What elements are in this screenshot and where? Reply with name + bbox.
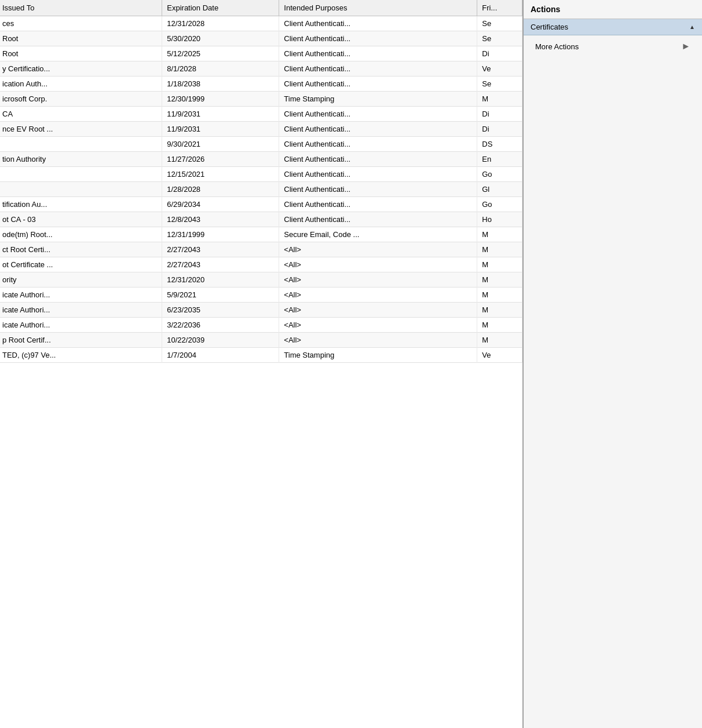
cell-friendly: M bbox=[477, 272, 522, 287]
table-row[interactable]: nce EV Root ...11/9/2031Client Authentic… bbox=[0, 122, 522, 137]
cell-issued-to: nce EV Root ... bbox=[0, 122, 162, 137]
cell-purposes: <All> bbox=[279, 333, 477, 348]
cell-expiration: 11/27/2026 bbox=[162, 152, 279, 167]
table-row[interactable]: 1/28/2028Client Authenticati...Gl bbox=[0, 182, 522, 197]
cell-friendly: Gl bbox=[477, 182, 522, 197]
col-header-friendly[interactable]: Fri... bbox=[477, 0, 522, 16]
table-row[interactable]: tification Au...6/29/2034Client Authenti… bbox=[0, 197, 522, 212]
actions-section-content: More Actions ► bbox=[524, 35, 702, 57]
actions-panel-header: Actions bbox=[524, 0, 702, 19]
cell-friendly: Go bbox=[477, 197, 522, 212]
col-header-expiration[interactable]: Expiration Date bbox=[162, 0, 279, 16]
action-more-actions-label: More Actions bbox=[535, 42, 579, 51]
cell-purposes: Client Authenticati... bbox=[279, 16, 477, 31]
cell-expiration: 11/9/2031 bbox=[162, 122, 279, 137]
cell-friendly: M bbox=[477, 303, 522, 318]
table-row[interactable]: ces12/31/2028Client Authenticati...Se bbox=[0, 16, 522, 31]
cell-issued-to: ces bbox=[0, 16, 162, 31]
cell-purposes: Time Stamping bbox=[279, 348, 477, 363]
cell-purposes: <All> bbox=[279, 272, 477, 287]
cell-friendly: M bbox=[477, 227, 522, 242]
cell-issued-to bbox=[0, 182, 162, 197]
cell-purposes: Client Authenticati... bbox=[279, 137, 477, 152]
certificates-table: Issued To Expiration Date Intended Purpo… bbox=[0, 0, 522, 363]
table-row[interactable]: p Root Certif...10/22/2039<All>M bbox=[0, 333, 522, 348]
table-row[interactable]: tion Authority11/27/2026Client Authentic… bbox=[0, 152, 522, 167]
cell-issued-to: TED, (c)97 Ve... bbox=[0, 348, 162, 363]
cell-purposes: Time Stamping bbox=[279, 92, 477, 107]
cell-purposes: Client Authenticati... bbox=[279, 122, 477, 137]
table-row[interactable]: ot CA - 0312/8/2043Client Authenticati..… bbox=[0, 212, 522, 227]
cell-expiration: 1/18/2038 bbox=[162, 77, 279, 92]
cell-issued-to: ication Auth... bbox=[0, 77, 162, 92]
col-header-issued-to[interactable]: Issued To bbox=[0, 0, 162, 16]
action-more-actions-arrow-icon: ► bbox=[681, 41, 690, 52]
cell-purposes: <All> bbox=[279, 287, 477, 303]
cell-issued-to bbox=[0, 167, 162, 182]
cell-issued-to bbox=[0, 137, 162, 152]
cell-purposes: Client Authenticati... bbox=[279, 107, 477, 122]
cell-issued-to: ct Root Certi... bbox=[0, 242, 162, 257]
cell-purposes: Client Authenticati... bbox=[279, 197, 477, 212]
table-row[interactable]: 12/15/2021Client Authenticati...Go bbox=[0, 167, 522, 182]
cell-friendly: Se bbox=[477, 31, 522, 46]
table-row[interactable]: 9/30/2021Client Authenticati...DS bbox=[0, 137, 522, 152]
cell-expiration: 5/12/2025 bbox=[162, 46, 279, 61]
cell-issued-to: icate Authori... bbox=[0, 318, 162, 333]
cell-friendly: Ve bbox=[477, 61, 522, 77]
cell-purposes: Client Authenticati... bbox=[279, 31, 477, 46]
action-more-actions[interactable]: More Actions ► bbox=[524, 38, 702, 55]
cell-expiration: 1/7/2004 bbox=[162, 348, 279, 363]
cell-issued-to: Root bbox=[0, 31, 162, 46]
cell-friendly: M bbox=[477, 92, 522, 107]
cell-friendly: DS bbox=[477, 137, 522, 152]
cell-issued-to: icate Authori... bbox=[0, 303, 162, 318]
cell-expiration: 2/27/2043 bbox=[162, 242, 279, 257]
cell-expiration: 12/31/1999 bbox=[162, 227, 279, 242]
actions-section-certificates[interactable]: Certificates ▲ bbox=[524, 19, 702, 35]
main-content: Issued To Expiration Date Intended Purpo… bbox=[0, 0, 522, 728]
cell-purposes: <All> bbox=[279, 257, 477, 272]
table-row[interactable]: ot Certificate ...2/27/2043<All>M bbox=[0, 257, 522, 272]
cell-purposes: Client Authenticati... bbox=[279, 182, 477, 197]
table-header-row: Issued To Expiration Date Intended Purpo… bbox=[0, 0, 522, 16]
cell-issued-to: ot Certificate ... bbox=[0, 257, 162, 272]
certificates-table-body: ces12/31/2028Client Authenticati...SeRoo… bbox=[0, 16, 522, 363]
cell-expiration: 9/30/2021 bbox=[162, 137, 279, 152]
cell-friendly: Ve bbox=[477, 348, 522, 363]
certificates-table-container: Issued To Expiration Date Intended Purpo… bbox=[0, 0, 522, 728]
cell-purposes: Client Authenticati... bbox=[279, 61, 477, 77]
table-row[interactable]: icate Authori...5/9/2021<All>M bbox=[0, 287, 522, 303]
cell-issued-to: Root bbox=[0, 46, 162, 61]
cell-expiration: 12/8/2043 bbox=[162, 212, 279, 227]
cell-purposes: Client Authenticati... bbox=[279, 77, 477, 92]
cell-issued-to: ority bbox=[0, 272, 162, 287]
actions-panel: Actions Certificates ▲ More Actions ► bbox=[522, 0, 702, 728]
table-row[interactable]: Root5/12/2025Client Authenticati...Di bbox=[0, 46, 522, 61]
table-row[interactable]: icate Authori...6/23/2035<All>M bbox=[0, 303, 522, 318]
table-row[interactable]: TED, (c)97 Ve...1/7/2004Time StampingVe bbox=[0, 348, 522, 363]
table-row[interactable]: ct Root Certi...2/27/2043<All>M bbox=[0, 242, 522, 257]
cell-purposes: <All> bbox=[279, 242, 477, 257]
table-row[interactable]: CA11/9/2031Client Authenticati...Di bbox=[0, 107, 522, 122]
table-row[interactable]: icrosoft Corp.12/30/1999Time StampingM bbox=[0, 92, 522, 107]
cell-friendly: Di bbox=[477, 122, 522, 137]
table-row[interactable]: ode(tm) Root...12/31/1999Secure Email, C… bbox=[0, 227, 522, 242]
cell-friendly: En bbox=[477, 152, 522, 167]
cell-purposes: <All> bbox=[279, 303, 477, 318]
col-header-purposes[interactable]: Intended Purposes bbox=[279, 0, 477, 16]
cell-purposes: Client Authenticati... bbox=[279, 152, 477, 167]
cell-friendly: M bbox=[477, 333, 522, 348]
cell-purposes: <All> bbox=[279, 318, 477, 333]
table-row[interactable]: Root5/30/2020Client Authenticati...Se bbox=[0, 31, 522, 46]
table-row[interactable]: y Certificatio...8/1/2028Client Authenti… bbox=[0, 61, 522, 77]
cell-issued-to: tification Au... bbox=[0, 197, 162, 212]
table-row[interactable]: ication Auth...1/18/2038Client Authentic… bbox=[0, 77, 522, 92]
table-row[interactable]: ority12/31/2020<All>M bbox=[0, 272, 522, 287]
cell-purposes: Secure Email, Code ... bbox=[279, 227, 477, 242]
cell-expiration: 11/9/2031 bbox=[162, 107, 279, 122]
cell-friendly: Se bbox=[477, 16, 522, 31]
table-row[interactable]: icate Authori...3/22/2036<All>M bbox=[0, 318, 522, 333]
cell-expiration: 8/1/2028 bbox=[162, 61, 279, 77]
cell-issued-to: ode(tm) Root... bbox=[0, 227, 162, 242]
